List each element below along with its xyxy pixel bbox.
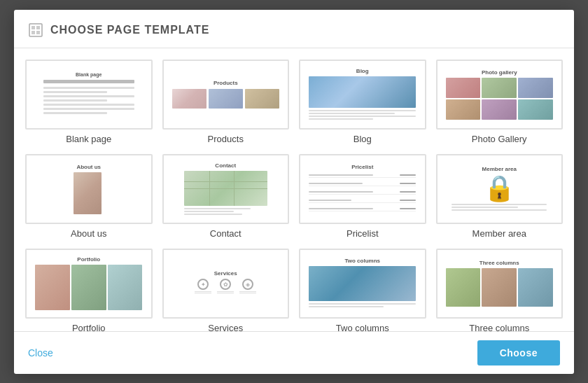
template-item-pricelist[interactable]: Pricelist Pricelist [299, 154, 426, 239]
template-thumb-twocol[interactable]: Two columns [299, 249, 426, 319]
template-label-twocol: Two columns [336, 323, 389, 331]
portfolio-cell-1 [35, 265, 70, 310]
template-thumb-contact[interactable]: Contact [162, 154, 290, 224]
template-item-services[interactable]: Services ✦ ✿ ◈ [162, 249, 290, 331]
about-thumb-content [74, 172, 104, 214]
gallery-cell-2 [482, 78, 517, 98]
template-thumb-about[interactable]: About us [25, 154, 153, 224]
services-circle-2: ✿ [220, 279, 231, 290]
template-thumb-portfolio[interactable]: Portfolio [25, 249, 153, 319]
template-thumb-pricelist[interactable]: Pricelist [299, 154, 426, 224]
threecol-cell-3 [518, 268, 553, 307]
template-item-blank[interactable]: Blank page Blank page [25, 60, 153, 144]
template-item-blog[interactable]: Blog Blog [299, 60, 426, 144]
threecol-thumb-grid [446, 268, 553, 307]
contact-thumb-map [184, 171, 267, 206]
template-label-about: About us [71, 228, 106, 239]
template-thumb-services[interactable]: Services ✦ ✿ ◈ [162, 249, 290, 319]
twocol-thumb-img [309, 266, 416, 301]
services-icon-2: ✿ [217, 279, 234, 294]
services-icon-3: ◈ [239, 279, 256, 294]
dialog-body[interactable]: Blank page Blank page [14, 48, 574, 331]
choose-button[interactable]: Choose [477, 340, 560, 365]
template-thumb-threecol[interactable]: Three columns [436, 249, 564, 319]
svg-rect-3 [31, 31, 35, 34]
template-label-services: Services [208, 323, 243, 331]
template-item-twocol[interactable]: Two columns Two columns [299, 249, 426, 331]
template-item-products[interactable]: Products Products [162, 60, 290, 144]
dialog-header: CHOOSE PAGE TEMPLATE [14, 10, 574, 48]
template-item-about[interactable]: About us [25, 154, 153, 239]
member-thumb-title: Member area [482, 166, 517, 172]
blog-thumb-lines [309, 110, 416, 121]
about-thumb-title: About us [76, 164, 101, 170]
template-label-member: Member area [472, 228, 526, 239]
close-button[interactable]: Close [28, 343, 53, 363]
template-item-threecol[interactable]: Three columns Three columns [436, 249, 564, 331]
template-label-contact: Contact [210, 228, 241, 239]
svg-rect-4 [36, 31, 40, 34]
template-item-gallery[interactable]: Photo gallery Photo Gallery [436, 60, 564, 144]
portfolio-thumb-title: Portfolio [77, 256, 100, 263]
threecol-cell-2 [482, 268, 517, 307]
template-item-member[interactable]: Member area 🔒 Member area [436, 154, 564, 239]
template-label-products: Products [208, 134, 244, 144]
about-thumb-img [74, 172, 102, 214]
member-thumb-lines [451, 204, 547, 212]
template-item-portfolio[interactable]: Portfolio Portfolio [25, 249, 153, 331]
template-label-portfolio: Portfolio [72, 323, 106, 331]
lock-icon: 🔒 [484, 176, 515, 201]
services-circle-3: ◈ [242, 279, 253, 290]
dialog: CHOOSE PAGE TEMPLATE Blank page [14, 10, 574, 374]
template-label-threecol: Three columns [469, 323, 529, 331]
template-thumb-products[interactable]: Products [162, 60, 290, 130]
products-thumb-grid [172, 89, 279, 109]
template-thumb-blog[interactable]: Blog [299, 60, 426, 130]
template-thumb-gallery[interactable]: Photo gallery [436, 60, 564, 130]
svg-rect-1 [31, 26, 35, 29]
template-label-gallery: Photo Gallery [472, 134, 527, 144]
gallery-cell-3 [518, 78, 553, 98]
services-thumb-title: Services [214, 270, 237, 277]
portfolio-cell-2 [71, 265, 106, 310]
services-circle-1: ✦ [197, 279, 209, 290]
pricelist-thumb-rows [309, 172, 416, 214]
dialog-footer: Close Choose [14, 331, 574, 374]
modal-overlay: CHOOSE PAGE TEMPLATE Blank page [0, 0, 588, 383]
gallery-thumb-title: Photo gallery [482, 69, 517, 76]
pricelist-thumb-title: Pricelist [351, 164, 373, 170]
product-thumb-3 [245, 89, 279, 109]
gallery-cell-1 [446, 78, 481, 98]
template-label-blog: Blog [354, 134, 372, 144]
twocol-thumb-lines [309, 303, 416, 309]
gallery-cell-5 [482, 99, 517, 120]
svg-rect-0 [29, 24, 42, 36]
template-item-contact[interactable]: Contact Contact [162, 154, 290, 239]
portfolio-cell-3 [108, 265, 143, 310]
threecol-thumb-title: Three columns [479, 260, 519, 266]
svg-rect-2 [36, 26, 40, 29]
portfolio-thumb-grid [35, 265, 142, 310]
threecol-cell-1 [446, 268, 481, 307]
product-thumb-1 [172, 89, 206, 109]
gallery-thumb-grid [446, 78, 553, 120]
blog-thumb-img [309, 76, 416, 108]
twocol-thumb-title: Two columns [344, 258, 380, 264]
product-thumb-2 [209, 89, 243, 109]
services-thumb-icons: ✦ ✿ ◈ [195, 279, 256, 294]
blog-thumb-title: Blog [356, 68, 369, 74]
template-label-blank: Blank page [66, 134, 111, 144]
gallery-cell-4 [446, 99, 481, 120]
template-thumb-member[interactable]: Member area 🔒 [436, 154, 564, 224]
page-template-icon [28, 22, 43, 38]
dialog-title: CHOOSE PAGE TEMPLATE [50, 24, 209, 36]
products-thumb-title: Products [214, 80, 238, 86]
template-label-pricelist: Pricelist [346, 228, 379, 239]
gallery-cell-6 [518, 99, 553, 120]
contact-thumb-title: Contact [215, 162, 236, 169]
template-grid: Blank page Blank page [25, 60, 563, 331]
contact-thumb-info [184, 208, 267, 215]
template-thumb-blank[interactable]: Blank page [25, 60, 153, 130]
services-icon-1: ✦ [195, 279, 211, 294]
